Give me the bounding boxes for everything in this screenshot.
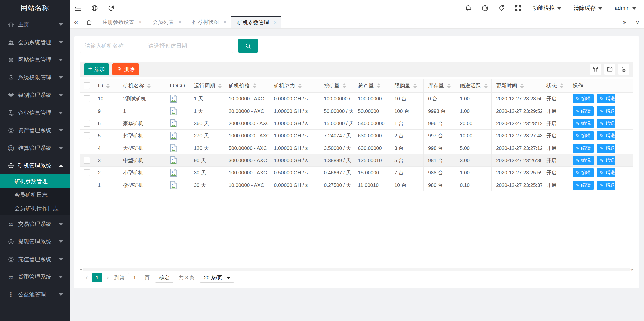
sidebar-item[interactable]: 矿机管理系统 xyxy=(0,157,70,174)
page-size-select[interactable]: 20 条/页 xyxy=(200,273,234,283)
home-tab[interactable] xyxy=(83,16,96,28)
scroll-right-icon[interactable]: ▸ xyxy=(631,268,633,271)
bell-icon[interactable] xyxy=(460,0,477,16)
row-checkbox[interactable] xyxy=(84,182,90,188)
export-button[interactable] xyxy=(604,64,615,75)
tag-icon[interactable] xyxy=(493,0,510,16)
table-row[interactable]: 102测试矿机1 天10.00000 - AXC0.00000 GH / s10… xyxy=(80,93,633,105)
gift-button[interactable]: ✎赠送 xyxy=(597,106,615,116)
miner-name-input[interactable] xyxy=(80,39,138,53)
gift-button[interactable]: ✎赠送 xyxy=(597,144,615,153)
scrollbar-track[interactable] xyxy=(83,268,631,271)
sidebar-item[interactable]: 主页 xyxy=(0,16,70,33)
select-all-checkbox[interactable] xyxy=(84,82,90,89)
sidebar-subitem[interactable]: 会员矿机日志 xyxy=(0,188,70,202)
gift-button[interactable]: ✎赠送 xyxy=(597,168,615,177)
gift-button[interactable]: ✎赠送 xyxy=(597,181,615,190)
row-checkbox[interactable] xyxy=(84,120,90,127)
close-icon[interactable]: × xyxy=(178,19,182,25)
delete-button[interactable]: 删除 xyxy=(112,63,139,75)
sidebar-subitem[interactable]: 矿机参数管理 xyxy=(0,174,70,188)
sort-icon[interactable] xyxy=(484,83,488,88)
refresh-icon[interactable] xyxy=(103,0,119,16)
sort-icon[interactable] xyxy=(560,83,564,88)
tabs-menu-icon[interactable]: ∨ xyxy=(631,16,644,28)
gift-button[interactable]: ✎赠送 xyxy=(597,131,615,140)
sidebar-item[interactable]: ☺结算管理系统 xyxy=(0,139,70,157)
sort-icon[interactable] xyxy=(413,83,417,88)
close-icon[interactable]: × xyxy=(139,19,142,25)
row-checkbox[interactable] xyxy=(84,108,90,114)
table-row[interactable]: 1微型矿机30 天10.00000 - AXC0.00000 GH / s0.2… xyxy=(80,179,633,191)
fullscreen-icon[interactable] xyxy=(510,0,527,16)
sort-icon[interactable] xyxy=(343,83,346,88)
edit-button[interactable]: ✎编辑 xyxy=(573,131,594,140)
sidebar-item[interactable]: ⋮公益池管理 xyxy=(0,286,70,303)
gift-button[interactable]: ✎赠送 xyxy=(597,119,615,128)
gift-button[interactable]: ✎赠送 xyxy=(597,94,615,103)
columns-toggle-button[interactable] xyxy=(590,64,601,75)
sidebar-item[interactable]: 网站信息管理 xyxy=(0,51,70,69)
gift-button[interactable]: ✎赠送 xyxy=(597,156,615,165)
edit-button[interactable]: ✎编辑 xyxy=(573,181,594,190)
edit-button[interactable]: ✎编辑 xyxy=(573,156,594,165)
table-row[interactable]: 4大型矿机120 天500.00000 - AXC1.00000 GH / s3… xyxy=(80,142,633,154)
sort-icon[interactable] xyxy=(298,83,302,88)
row-checkbox[interactable] xyxy=(84,169,90,176)
palette-icon[interactable] xyxy=(477,0,493,16)
clear-cache-dropdown[interactable]: 清除缓存 xyxy=(568,0,609,16)
function-simulate-dropdown[interactable]: 功能模拟 xyxy=(527,0,568,16)
sort-icon[interactable] xyxy=(147,83,151,88)
sidebar-item[interactable]: 提现管理系统 xyxy=(0,233,70,251)
sort-icon[interactable] xyxy=(106,83,110,88)
sidebar-item[interactable]: 会员系统管理 xyxy=(0,33,70,51)
print-button[interactable] xyxy=(618,64,629,75)
admin-dropdown[interactable]: admin xyxy=(609,0,644,16)
sort-icon[interactable] xyxy=(447,83,451,88)
current-page[interactable]: 1 xyxy=(92,273,102,282)
table-row[interactable]: 3中型矿机90 天300.00000 - AXC1.00000 GH / s1.… xyxy=(80,154,633,167)
scroll-left-icon[interactable]: ◂ xyxy=(80,268,82,271)
tab[interactable]: 会员列表× xyxy=(146,16,186,28)
sidebar-item[interactable]: 系统权限管理 xyxy=(0,69,70,86)
edit-button[interactable]: ✎编辑 xyxy=(573,168,594,177)
table-row[interactable]: 5超型矿机270 天1000.00000 - AXC1.00000 GH / s… xyxy=(80,130,633,142)
search-button[interactable] xyxy=(238,39,258,53)
sort-icon[interactable] xyxy=(218,83,222,88)
sidebar-item[interactable]: ∞货币管理系统 xyxy=(0,268,70,286)
sidebar-item[interactable]: 资产管理系统 xyxy=(0,122,70,139)
row-checkbox[interactable] xyxy=(84,157,90,164)
edit-button[interactable]: ✎编辑 xyxy=(573,94,594,103)
confirm-button[interactable]: 确定 xyxy=(155,273,173,283)
sidebar-item[interactable]: 企业信息管理 xyxy=(0,104,70,122)
create-date-input[interactable] xyxy=(144,39,233,53)
tab[interactable]: 矿机参数管理× xyxy=(231,16,281,28)
sort-icon[interactable] xyxy=(520,83,524,88)
edit-button[interactable]: ✎编辑 xyxy=(573,144,594,153)
row-checkbox[interactable] xyxy=(84,132,90,139)
edit-button[interactable]: ✎编辑 xyxy=(573,106,594,116)
add-button[interactable]: + 添加 xyxy=(84,63,109,75)
collapse-sidebar-icon[interactable] xyxy=(70,0,86,16)
row-checkbox[interactable] xyxy=(84,145,90,151)
sidebar-item[interactable]: 级别管理系统 xyxy=(0,86,70,104)
horizontal-scrollbar[interactable]: ◂ ▸ xyxy=(80,268,633,271)
tab[interactable]: 推荐树状图× xyxy=(186,16,231,28)
sidebar-item[interactable]: 充值管理系统 xyxy=(0,251,70,268)
sort-icon[interactable] xyxy=(253,83,256,88)
sort-icon[interactable] xyxy=(377,83,380,88)
close-icon[interactable]: × xyxy=(223,19,227,25)
close-icon[interactable]: × xyxy=(274,19,277,26)
edit-button[interactable]: ✎编辑 xyxy=(573,119,594,128)
tab[interactable]: 注册参数设置× xyxy=(96,16,146,28)
sidebar-subitem[interactable]: 会员矿机操作日志 xyxy=(0,202,70,215)
table-row[interactable]: 2小型矿机30 天100.00000 - AXC0.50000 GH / s0.… xyxy=(80,167,633,179)
goto-page-input[interactable] xyxy=(128,273,141,282)
prev-page-icon[interactable]: ‹ xyxy=(82,274,91,281)
row-checkbox[interactable] xyxy=(84,95,90,102)
globe-icon[interactable] xyxy=(86,0,103,16)
table-row[interactable]: 6豪华矿机360 天2000.00000 - AXC1.00000 GH / s… xyxy=(80,117,633,130)
next-page-icon[interactable]: › xyxy=(103,274,112,281)
scroll-tabs-left-icon[interactable]: « xyxy=(70,16,83,28)
scroll-tabs-right-icon[interactable]: » xyxy=(618,16,631,28)
